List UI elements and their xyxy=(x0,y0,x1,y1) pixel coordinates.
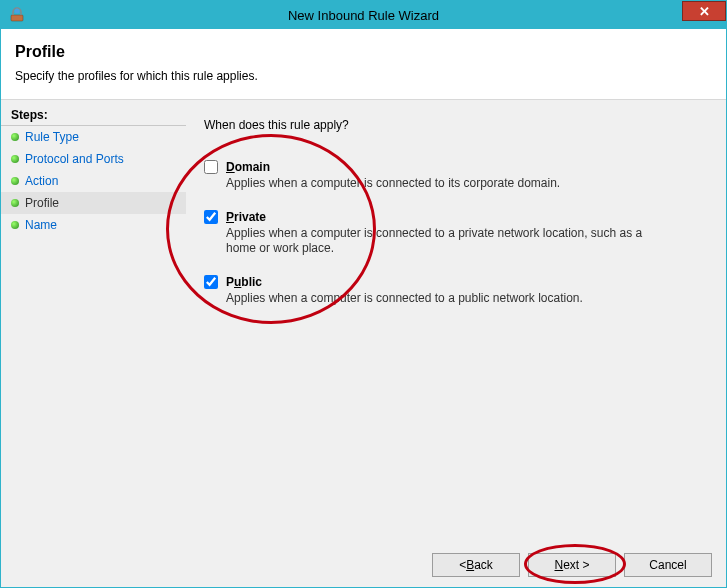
domain-desc: Applies when a computer is connected to … xyxy=(226,176,666,192)
svg-point-1 xyxy=(15,9,20,14)
step-profile[interactable]: Profile xyxy=(1,192,186,214)
step-rule-type[interactable]: Rule Type xyxy=(1,126,186,148)
step-protocol-ports[interactable]: Protocol and Ports xyxy=(1,148,186,170)
cancel-button[interactable]: Cancel xyxy=(624,553,712,577)
step-label: Rule Type xyxy=(25,130,79,144)
titlebar: New Inbound Rule Wizard ✕ xyxy=(1,1,726,29)
question-text: When does this rule apply? xyxy=(204,118,708,132)
bullet-icon xyxy=(11,133,19,141)
public-desc: Applies when a computer is connected to … xyxy=(226,291,666,307)
steps-label: Steps: xyxy=(1,106,186,126)
content-panel: When does this rule apply? Domain Applie… xyxy=(186,100,726,587)
bullet-icon xyxy=(11,221,19,229)
step-label: Profile xyxy=(25,196,59,210)
option-public: Public Applies when a computer is connec… xyxy=(204,275,708,307)
page-subtitle: Specify the profiles for which this rule… xyxy=(15,69,712,83)
private-label: Private xyxy=(226,210,266,224)
bullet-icon xyxy=(11,177,19,185)
close-icon: ✕ xyxy=(699,4,710,19)
window-title: New Inbound Rule Wizard xyxy=(1,8,726,23)
next-button[interactable]: Next > xyxy=(528,553,616,577)
step-label: Protocol and Ports xyxy=(25,152,124,166)
step-label: Action xyxy=(25,174,58,188)
app-icon xyxy=(9,7,25,23)
button-row: < Back Next > Cancel xyxy=(432,553,712,577)
step-name[interactable]: Name xyxy=(1,214,186,236)
steps-panel: Steps: Rule Type Protocol and Ports Acti… xyxy=(1,100,186,587)
bullet-icon xyxy=(11,199,19,207)
main-area: Steps: Rule Type Protocol and Ports Acti… xyxy=(1,99,726,587)
back-button[interactable]: < Back xyxy=(432,553,520,577)
svg-rect-0 xyxy=(11,15,23,21)
wizard-window: New Inbound Rule Wizard ✕ Profile Specif… xyxy=(0,0,727,588)
step-action[interactable]: Action xyxy=(1,170,186,192)
domain-checkbox[interactable] xyxy=(204,160,218,174)
private-desc: Applies when a computer is connected to … xyxy=(226,226,666,257)
option-domain: Domain Applies when a computer is connec… xyxy=(204,160,708,192)
step-label: Name xyxy=(25,218,57,232)
bullet-icon xyxy=(11,155,19,163)
page-title: Profile xyxy=(15,43,712,61)
domain-label: Domain xyxy=(226,160,270,174)
public-label: Public xyxy=(226,275,262,289)
header: Profile Specify the profiles for which t… xyxy=(1,29,726,99)
close-button[interactable]: ✕ xyxy=(682,1,726,21)
private-checkbox[interactable] xyxy=(204,210,218,224)
public-checkbox[interactable] xyxy=(204,275,218,289)
option-private: Private Applies when a computer is conne… xyxy=(204,210,708,257)
